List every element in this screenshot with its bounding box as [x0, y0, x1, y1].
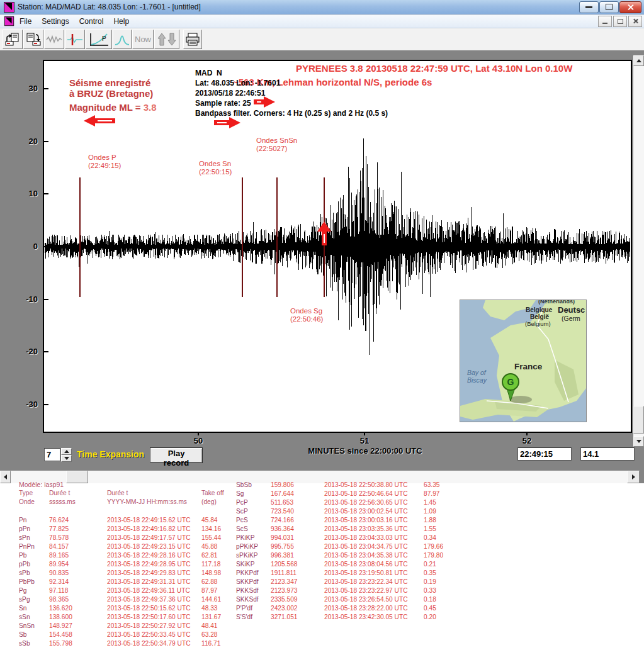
- scroll-down-button[interactable]: [633, 436, 644, 447]
- scroll-right-button[interactable]: [627, 471, 640, 483]
- table-cell: 2013-05-18 22:49:16.82 UTC: [107, 525, 201, 534]
- table-cell: 98.365: [49, 595, 107, 604]
- table-cell: 724.166: [271, 516, 324, 525]
- phase-label: Ondes Sn(22:50:15): [199, 160, 232, 176]
- table-cell: 2013-05-18 23:04:35.38 UTC: [324, 551, 424, 560]
- x-axis-label: MINUTES since 22:00:00 UTC: [271, 446, 460, 456]
- restore-button[interactable]: [599, 1, 619, 13]
- map-label-bay-of: Bay of: [467, 369, 487, 376]
- toolbar: P Now: [0, 28, 644, 51]
- time-expansion-down-button[interactable]: [61, 455, 72, 462]
- left-triangle-icon: [4, 474, 7, 479]
- phase-name: Ondes SnSn: [256, 137, 297, 144]
- table-cell: 2013-05-18 23:19:50.81 UTC: [324, 569, 424, 578]
- filter-button[interactable]: [113, 30, 132, 49]
- now-button[interactable]: Now: [132, 30, 154, 49]
- table-cell: 1.09: [424, 507, 452, 516]
- close-button[interactable]: [619, 1, 641, 13]
- table-cell: 2013-05-18 22:49:36.11 UTC: [107, 586, 201, 595]
- up-arrow-icon: [157, 33, 177, 47]
- menu-help[interactable]: Help: [108, 16, 134, 27]
- map-label-belgie: België: [530, 313, 549, 320]
- table-cell: 994.031: [271, 534, 324, 542]
- open-record-button[interactable]: [3, 30, 23, 49]
- waveform-icon: [46, 33, 62, 46]
- down-triangle-icon: [636, 440, 641, 443]
- y-tick-label: -20: [9, 347, 38, 356]
- pick-time-field[interactable]: [517, 447, 572, 461]
- time-expansion-up-button[interactable]: [61, 448, 72, 455]
- save-record-button[interactable]: [23, 30, 43, 49]
- travel-time-icon: P: [88, 32, 110, 47]
- scrollbar-corner: [640, 471, 644, 483]
- scroll-up-button[interactable]: [633, 55, 644, 66]
- down-triangle-icon: [64, 457, 69, 460]
- table-cell: 89.954: [49, 560, 107, 569]
- table-cell: 723.540: [271, 507, 324, 516]
- time-expansion-input[interactable]: [44, 448, 60, 461]
- pick-phase-button[interactable]: [65, 30, 85, 49]
- mdi-minimize-button[interactable]: [598, 16, 612, 27]
- map-label-germany: (Germ: [562, 315, 580, 322]
- mdi-close-button[interactable]: [628, 16, 642, 27]
- table-cell: 511.653: [271, 498, 324, 507]
- phase-label: Ondes Sg(22:50:46): [290, 307, 323, 323]
- play-record-button[interactable]: Play record: [150, 447, 203, 463]
- mdi-restore-button[interactable]: [613, 16, 627, 27]
- table-cell: 63.35: [424, 481, 452, 490]
- table-cell: 0.33: [424, 586, 452, 595]
- svg-text:P: P: [102, 35, 106, 42]
- map-label-netherlands: (Netherlands): [538, 300, 575, 305]
- minimize-button[interactable]: [579, 1, 599, 13]
- y-tick-mark: [44, 246, 48, 247]
- table-cell: 996.381: [271, 551, 324, 560]
- vertical-scrollbar[interactable]: [633, 55, 644, 447]
- y-tick-mark: [44, 88, 48, 89]
- table-cell: 2013-05-18 22:50:33.45 UTC: [107, 630, 201, 639]
- location-map[interactable]: (Netherlands) Belgique België (Belgium) …: [460, 300, 587, 422]
- table-cell: SnSn: [19, 622, 49, 630]
- table-cell: 2013-05-18 22:49:17.57 UTC: [107, 534, 201, 542]
- table-cell: 48.41: [201, 622, 230, 630]
- map-label-belgium: (Belgium): [525, 320, 551, 327]
- table-cell: 134.16: [201, 525, 230, 534]
- table-cell: 131.67: [201, 613, 230, 622]
- table-cell: 138.600: [49, 613, 107, 622]
- waveform-button[interactable]: [44, 30, 64, 49]
- station-info: MAD NLat: 48.035 Lon: -1.76012013/05/18 …: [195, 68, 388, 118]
- table-cell: 155.44: [201, 534, 230, 542]
- x-tick-mark: [364, 432, 365, 435]
- close-icon: [627, 4, 634, 11]
- print-button[interactable]: [183, 30, 202, 49]
- travel-time-table-left: Pn76.6242013-05-18 22:49:15.62 UTC45.84p…: [19, 516, 230, 648]
- menu-file[interactable]: File: [14, 16, 37, 27]
- y-tick-mark: [44, 299, 48, 300]
- marker-letter: G: [507, 377, 514, 387]
- table-cell: 1.88: [424, 516, 452, 525]
- table-cell: 154.458: [49, 630, 107, 639]
- table-cell: PbPb: [19, 578, 49, 586]
- table-cell: 2013-05-18 23:08:04.56 UTC: [324, 560, 424, 569]
- travel-time-button[interactable]: P: [86, 30, 112, 49]
- table-cell: 2013-05-18 22:49:28.95 UTC: [107, 560, 201, 569]
- horizontal-scroll-thumb[interactable]: [66, 471, 88, 483]
- right-arrow-icon: [252, 96, 275, 108]
- phase-time: (22:49:15): [88, 162, 121, 169]
- table-cell: 0.20: [424, 613, 452, 622]
- table-cell: 2013-05-18 23:23:22.97 UTC: [324, 586, 424, 595]
- amplitude-field[interactable]: [580, 447, 635, 461]
- scroll-up-down-buttons[interactable]: [154, 30, 179, 49]
- table-cell: 117.18: [201, 560, 230, 569]
- map-label-france: France: [514, 362, 543, 371]
- scroll-left-button[interactable]: [0, 471, 11, 483]
- menu-settings[interactable]: Settings: [37, 16, 74, 27]
- menu-control[interactable]: Control: [74, 16, 109, 27]
- table-cell: 2423.002: [271, 604, 324, 613]
- table-cell: 89.165: [49, 551, 107, 560]
- table-cell: 2013-05-18 23:03:35.36 UTC: [324, 525, 424, 534]
- phase-time: (22:50:15): [199, 168, 232, 176]
- table-cell: 2123.347: [271, 578, 324, 586]
- vertical-scroll-thumb[interactable]: [633, 406, 644, 434]
- filter-bell-icon: [115, 33, 130, 47]
- minimize-icon: [585, 6, 592, 8]
